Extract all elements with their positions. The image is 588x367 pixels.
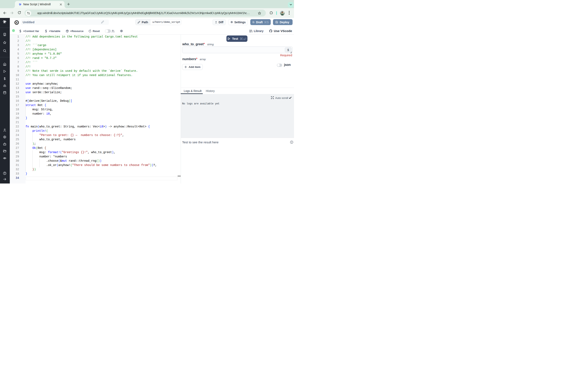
- svg-text:R: R: [16, 21, 18, 24]
